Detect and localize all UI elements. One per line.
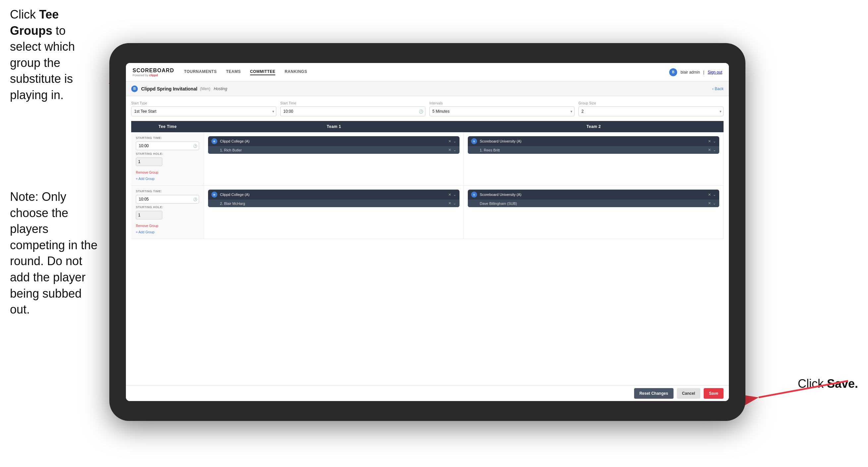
nav-rankings[interactable]: RANKINGS — [285, 69, 307, 75]
tablet-bezel: SCOREBOARD Powered by clippd TOURNAMENTS… — [109, 43, 745, 421]
add-group-button-1[interactable]: + Add Group — [136, 176, 199, 181]
player-expand-icon-2-1-1[interactable]: ⌄ — [713, 148, 716, 152]
tee-actions-2: Remove Group + Add Group — [136, 224, 199, 235]
note-panel: Note: Only choose the players competing … — [0, 189, 109, 318]
expand-icon-2-2[interactable]: ⌄ — [713, 193, 716, 197]
group-size-select[interactable]: 2 — [579, 107, 723, 116]
nav-committee[interactable]: COMMITTEE — [250, 69, 276, 75]
player-expand-icon-1-1-1[interactable]: ⌄ — [453, 148, 456, 152]
player-controls-2-2-1: ✕ ⌄ — [708, 201, 716, 205]
close-icon-2-1[interactable]: ✕ — [708, 139, 711, 144]
tournament-title: Clippd Spring Invitational — [141, 86, 197, 91]
main-content: Start Type 1st Tee Start ▾ Start Time 🕐 — [126, 96, 729, 385]
note-text: Note: Only choose the players competing … — [10, 190, 97, 316]
player-expand-icon-1-2-1[interactable]: ⌄ — [453, 201, 456, 205]
player-controls-1-1-1: ✕ ⌄ — [448, 148, 456, 152]
start-type-select[interactable]: 1st Tee Start — [131, 107, 276, 116]
team-entry-1-1[interactable]: B Clippd College (A) ✕ ⌄ 1. Rich Butler — [208, 136, 460, 154]
user-label: blair admin — [681, 70, 700, 75]
remove-group-button-1[interactable]: Remove Group — [136, 170, 199, 175]
player-name-2-2-1: Dave Billingham (SUB) — [480, 202, 708, 205]
player-row-1-1-1: 1. Rich Butler ✕ ⌄ — [208, 146, 460, 154]
app-logo: SCOREBOARD Powered by clippd — [132, 68, 174, 77]
starting-time-input-1[interactable] — [136, 142, 199, 150]
schedule-table: Tee Time Team 1 Team 2 STARTING TIME: 🕐 — [131, 121, 723, 380]
remove-group-button-2[interactable]: Remove Group — [136, 224, 199, 228]
cancel-button[interactable]: Cancel — [677, 388, 700, 399]
team2-header: Team 2 — [464, 121, 723, 132]
team-controls-1-1: ✕ ⌄ — [448, 139, 456, 144]
save-bold-label: Save. — [827, 377, 858, 390]
time-clock-icon-2: 🕐 — [193, 198, 197, 201]
main-nav: TOURNAMENTS TEAMS COMMITTEE RANKINGS — [184, 69, 670, 75]
team-entry-2-1[interactable]: S Scoreboard University (A) ✕ ⌄ 1. Rees … — [468, 136, 719, 154]
team-controls-2-2: ✕ ⌄ — [708, 193, 716, 197]
start-time-group: Start Time 🕐 — [280, 101, 425, 116]
expand-icon-2-1[interactable]: ⌄ — [713, 139, 716, 144]
clock-icon: 🕐 — [419, 109, 424, 114]
team-icon-2-2: S — [471, 192, 477, 198]
player-controls-1-2-1: ✕ ⌄ — [448, 201, 456, 205]
team-entry-2-2[interactable]: S Scoreboard University (A) ✕ ⌄ Dave Bil… — [468, 189, 719, 207]
start-time-input[interactable] — [280, 107, 425, 116]
team-controls-2-1: ✕ ⌄ — [708, 139, 716, 144]
player-close-icon-2-1-1[interactable]: ✕ — [708, 148, 711, 152]
save-button[interactable]: Save — [704, 388, 723, 399]
expand-icon-1-1[interactable]: ⌄ — [453, 139, 456, 144]
group-size-group: Group Size 2 ▾ — [579, 101, 723, 116]
sub-header: B Clippd Spring Invitational (Men) Hosti… — [126, 82, 729, 96]
tee-time-cell-1: STARTING TIME: 🕐 STARTING HOLE: 1 — [131, 132, 204, 185]
starting-hole-select-2[interactable]: 1 — [136, 211, 162, 220]
start-type-label: Start Type — [131, 101, 276, 105]
player-name-2-1-1: 1. Rees Britt — [480, 148, 708, 152]
intervals-group: Intervals 5 Minutes ▾ — [429, 101, 575, 116]
tee-groups-bold: Tee Groups — [10, 8, 59, 37]
table-header: Tee Time Team 1 Team 2 — [131, 121, 723, 132]
instruction-text: Click Tee Groups to select which group t… — [10, 8, 75, 102]
separator: | — [703, 70, 704, 75]
intervals-chevron-icon: ▾ — [570, 109, 572, 114]
player-row-1-2-1: 2. Blair McHarg ✕ ⌄ — [208, 200, 460, 207]
team1-cell-1: B Clippd College (A) ✕ ⌄ 1. Rich Butler — [204, 132, 464, 185]
player-close-icon-2-2-1[interactable]: ✕ — [708, 201, 711, 205]
team-icon-2-1: S — [471, 138, 477, 144]
player-row-2-2-1: Dave Billingham (SUB) ✕ ⌄ — [468, 200, 719, 207]
logo-text: SCOREBOARD — [132, 68, 174, 74]
team-entry-header-1-2: B Clippd College (A) ✕ ⌄ — [208, 189, 460, 200]
hosting-label: Hosting — [214, 87, 227, 91]
instructions-panel: Click Tee Groups to select which group t… — [0, 0, 109, 110]
tee-row-2: STARTING TIME: 🕐 STARTING HOLE: 1 — [131, 185, 723, 239]
player-expand-icon-2-2-1[interactable]: ⌄ — [713, 201, 716, 205]
navbar-right: B blair admin | Sign out — [669, 68, 722, 76]
team-entry-1-2[interactable]: B Clippd College (A) ✕ ⌄ 2. Blair McHarg — [208, 189, 460, 207]
intervals-select[interactable]: 5 Minutes — [429, 107, 575, 116]
starting-hole-select-1[interactable]: 1 — [136, 157, 162, 166]
starting-time-label-1: STARTING TIME: — [136, 136, 199, 140]
close-icon-1-2[interactable]: ✕ — [448, 193, 451, 197]
close-icon-2-2[interactable]: ✕ — [708, 193, 711, 197]
add-group-button-2[interactable]: + Add Group — [136, 230, 199, 235]
team1-header: Team 1 — [204, 121, 464, 132]
table-body: STARTING TIME: 🕐 STARTING HOLE: 1 — [131, 132, 723, 380]
expand-icon-1-2[interactable]: ⌄ — [453, 193, 456, 197]
clippd-brand: clippd — [149, 74, 158, 77]
starting-time-label-2: STARTING TIME: — [136, 189, 199, 193]
sub-header-icon: B — [131, 86, 138, 92]
reset-changes-button[interactable]: Reset Changes — [634, 388, 674, 399]
start-type-row: Start Type 1st Tee Start ▾ Start Time 🕐 — [131, 101, 723, 116]
team-name-1-2: Clippd College (A) — [220, 193, 445, 197]
player-close-icon-1-1-1[interactable]: ✕ — [448, 148, 451, 152]
tee-actions-1: Remove Group + Add Group — [136, 170, 199, 181]
start-type-group: Start Type 1st Tee Start ▾ — [131, 101, 276, 116]
close-icon-1-1[interactable]: ✕ — [448, 139, 451, 144]
starting-time-input-2[interactable] — [136, 195, 199, 204]
team-entry-header-2-1: S Scoreboard University (A) ✕ ⌄ — [468, 136, 719, 146]
sign-out-link[interactable]: Sign out — [708, 70, 722, 75]
player-close-icon-1-2-1[interactable]: ✕ — [448, 201, 451, 205]
start-time-label: Start Time — [280, 101, 425, 105]
back-button[interactable]: ‹ Back — [712, 87, 723, 91]
nav-tournaments[interactable]: TOURNAMENTS — [184, 69, 217, 75]
tournament-gender: (Men) — [200, 87, 210, 91]
player-name-1-1-1: 1. Rich Butler — [220, 148, 448, 152]
nav-teams[interactable]: TEAMS — [226, 69, 241, 75]
